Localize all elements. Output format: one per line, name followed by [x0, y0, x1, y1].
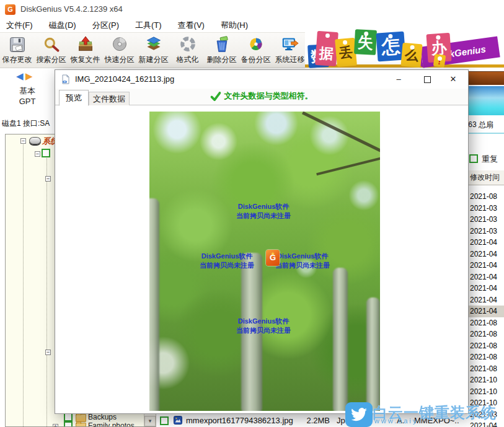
dialog-title-bar[interactable]: IMG_20210424_162113.jpg – ✕: [55, 70, 468, 89]
file-date-cell[interactable]: 2021-04: [466, 294, 504, 306]
toolbar-button-label: 备份分区: [241, 55, 271, 65]
file-date-cell[interactable]: 2021-03: [466, 214, 504, 226]
file-date-cell[interactable]: 2021-10: [466, 386, 504, 398]
tree-checkbox[interactable]: [64, 413, 73, 421]
toolbar-button-label: 恢复文件: [71, 55, 100, 65]
toolbar-button[interactable]: 恢复文件: [68, 33, 102, 68]
window-title: DiskGenius V5.4.2.1239 x64: [20, 0, 123, 19]
tree-line: [46, 154, 47, 426]
title-bar: G DiskGenius V5.4.2.1239 x64: [0, 0, 504, 19]
file-date-cell[interactable]: 2021-04: [466, 271, 504, 283]
banner-tag: !: [433, 54, 446, 68]
tree-expand-toggle[interactable]: [53, 424, 58, 427]
tree-collapse-toggle[interactable]: [20, 138, 26, 144]
dialog-title: IMG_20210424_162113.jpg: [75, 70, 174, 89]
toolbar-button-label: 格式化: [177, 55, 199, 65]
registration-watermark: DiskGenius软件 当前拷贝尚未注册: [275, 252, 330, 270]
file-date-cell[interactable]: 2021-10: [466, 374, 504, 386]
tree-item-family-photos[interactable]: Family photos: [88, 421, 135, 427]
disk-icon: [29, 137, 41, 144]
file-date-cell[interactable]: 2021-04: [466, 237, 504, 249]
preview-dialog: IMG_20210424_162113.jpg – ✕ 预览 文件数据 文件头数…: [55, 69, 469, 414]
save-icon: [7, 35, 27, 54]
file-date-cell[interactable]: 2021-04: [466, 249, 504, 260]
maximize-button[interactable]: [415, 70, 440, 89]
tree-line: [23, 142, 24, 426]
file-date-cell[interactable]: 2021-08: [466, 191, 504, 203]
file-checkbox[interactable]: [160, 416, 169, 425]
file-date-cell[interactable]: 2021-08: [466, 351, 504, 363]
file-date-cell[interactable]: 2021-08: [466, 328, 504, 340]
toolbar-button[interactable]: 搜索分区: [34, 33, 68, 68]
tab-preview[interactable]: 预览: [59, 90, 89, 106]
check-icon: [211, 92, 221, 101]
toolbar-button[interactable]: 删除分区: [205, 33, 239, 68]
menu-item[interactable]: 分区(P): [92, 20, 119, 31]
menu-item[interactable]: 工具(T): [135, 20, 162, 31]
file-date-cell[interactable]: 2021-03: [466, 226, 504, 237]
toolbar-button-label: 保存更改: [2, 55, 32, 65]
diskgenius-logo-icon: G: [266, 250, 280, 266]
diskgenius-logo-icon: G: [5, 4, 15, 15]
toolbar-button-label: 系统迁移: [275, 55, 305, 65]
tree-collapse-toggle[interactable]: [35, 151, 40, 157]
file-attr-cell: A.: [397, 416, 404, 425]
banner-tag: 么: [400, 43, 422, 68]
nav-back-icon[interactable]: ◀: [16, 71, 24, 82]
disk-capacity-bar: [467, 86, 504, 115]
toolbar-button-label: 删除分区: [207, 55, 237, 65]
disk-sector-info: :63 总扇: [466, 120, 493, 130]
tab-file-data[interactable]: 文件数据: [89, 92, 130, 105]
photo-preview: DiskGenius软件 当前拷贝尚未注册 DiskGenius软件 当前拷贝尚…: [149, 112, 380, 411]
tree-checkbox[interactable]: [42, 149, 50, 157]
close-button[interactable]: ✕: [441, 70, 466, 89]
toolbar: 保存更改 搜索分区 恢复文件 快速分区 新建分区 格式化 删除分区: [0, 32, 307, 68]
menu-item[interactable]: 查看(V): [178, 20, 205, 31]
file-date-cell[interactable]: 2021-04: [466, 283, 504, 294]
toolbar-button-label: 快速分区: [105, 55, 135, 65]
column-header-modified-time[interactable]: 修改时间: [466, 170, 504, 185]
file-date-cell[interactable]: 2021-03: [466, 409, 504, 421]
toolbar-button[interactable]: 新建分区: [136, 33, 170, 68]
menu-item[interactable]: 文件(F): [6, 20, 33, 31]
partition-table-gpt-label: GPT: [0, 97, 55, 106]
toolbar-button[interactable]: 快速分区: [102, 33, 136, 68]
search-icon: [42, 35, 61, 54]
file-date-cell[interactable]: 2021-08: [466, 317, 504, 329]
tree-collapse-toggle[interactable]: [45, 350, 51, 355]
file-date-cell[interactable]: 2021-08: [466, 340, 504, 352]
menu-item[interactable]: 磁盘(D): [49, 20, 76, 31]
toolbar-button[interactable]: 格式化: [170, 33, 205, 68]
toolbar-button[interactable]: 系统迁移: [273, 33, 307, 68]
tree-item-backups[interactable]: Backups: [88, 413, 117, 421]
file-date-cell[interactable]: 2021-04: [466, 260, 504, 271]
file-date-cell[interactable]: 2021-10: [466, 397, 504, 409]
file-date-cell[interactable]: 2021-04: [466, 306, 504, 317]
branch: [316, 157, 380, 175]
nav-forward-icon[interactable]: ▶: [25, 71, 33, 82]
file-date-cell[interactable]: 2021-04: [466, 420, 504, 427]
minimize-button[interactable]: –: [386, 70, 411, 89]
format-icon: [178, 35, 198, 54]
file-shortname-cell: MMEXPO~..: [414, 416, 459, 425]
toolbar-button[interactable]: 保存更改: [0, 33, 34, 68]
tree-checkbox[interactable]: [64, 421, 73, 427]
registration-watermark: DiskGenius软件 当前拷贝尚未注册: [200, 252, 254, 270]
disk-info-label: 磁盘1 接口:SA: [2, 118, 55, 129]
partition-table-basic-label[interactable]: 基本: [0, 86, 55, 97]
scroll-down-icon[interactable]: [144, 416, 156, 426]
file-type-cell: Jpe: [337, 416, 350, 425]
menu-item[interactable]: 帮助(H): [221, 20, 248, 31]
file-date-cell[interactable]: 2021-08: [466, 363, 504, 375]
branch: [302, 112, 380, 152]
duplicate-checkbox[interactable]: [469, 154, 478, 163]
migrate-icon: [280, 35, 300, 54]
file-date-cell[interactable]: 2021-03: [466, 203, 504, 214]
file-name-cell[interactable]: mmexport1617794386213.jpg: [186, 416, 293, 425]
quickpart-icon: [110, 35, 130, 54]
recover-icon: [76, 35, 95, 54]
tree-collapse-toggle[interactable]: [45, 176, 51, 182]
image-file-icon: [174, 416, 182, 425]
toolbar-button[interactable]: 备份分区: [239, 33, 273, 68]
duplicate-checkbox-label[interactable]: 重复: [482, 154, 498, 165]
